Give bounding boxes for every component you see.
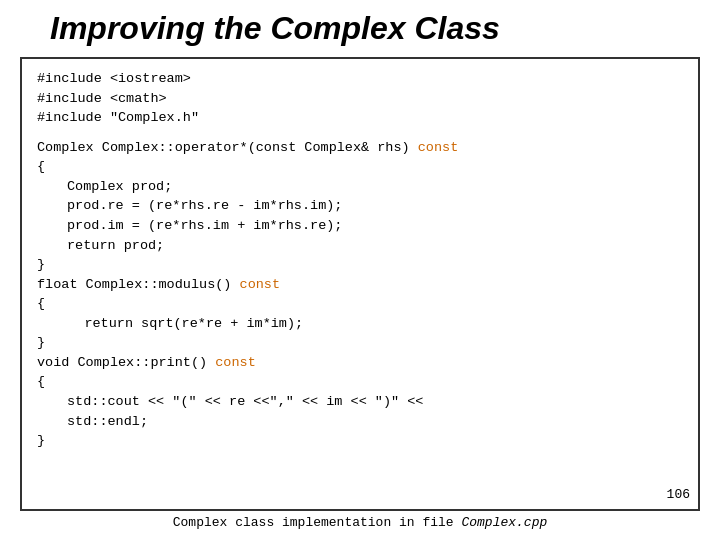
empty-line-1: [37, 128, 683, 138]
code-line-8: prod.im = (re*rhs.im + im*rhs.re);: [37, 216, 683, 236]
code-line-15: void Complex::print() const: [37, 353, 683, 373]
footer-text-italic: Complex.cpp: [461, 515, 547, 530]
code-line-12: {: [37, 294, 683, 314]
code-line-4: Complex Complex::operator*(const Complex…: [37, 138, 683, 158]
footer-caption: Complex class implementation in file Com…: [20, 515, 700, 530]
footer-text-2: class implementation in file: [235, 515, 461, 530]
code-line-3: #include "Complex.h": [37, 108, 683, 128]
slide-number: 106: [667, 486, 690, 505]
code-line-10: }: [37, 255, 683, 275]
code-box: #include <iostream> #include <cmath> #in…: [20, 57, 700, 511]
page-title: Improving the Complex Class: [50, 10, 500, 47]
code-line-17: std::cout << "(" << re <<"," << im << ")…: [37, 392, 683, 412]
code-line-14: }: [37, 333, 683, 353]
code-line-11: float Complex::modulus() const: [37, 275, 683, 295]
code-line-7: prod.re = (re*rhs.re - im*rhs.im);: [37, 196, 683, 216]
code-line-5: {: [37, 157, 683, 177]
code-line-13: return sqrt(re*re + im*im);: [37, 314, 683, 334]
code-line-6: Complex prod;: [37, 177, 683, 197]
keyword-const-1: const: [418, 140, 459, 155]
code-line-9: return prod;: [37, 236, 683, 256]
code-line-1: #include <iostream>: [37, 69, 683, 89]
code-line-16: {: [37, 372, 683, 392]
code-line-19: }: [37, 431, 683, 451]
code-line-2: #include <cmath>: [37, 89, 683, 109]
code-line-18: std::endl;: [37, 412, 683, 432]
footer-text-1: Complex: [173, 515, 235, 530]
page: Improving the Complex Class #include <io…: [0, 0, 720, 540]
footer: Complex class implementation in file Com…: [20, 515, 700, 530]
keyword-const-3: const: [215, 355, 256, 370]
keyword-const-2: const: [240, 277, 281, 292]
